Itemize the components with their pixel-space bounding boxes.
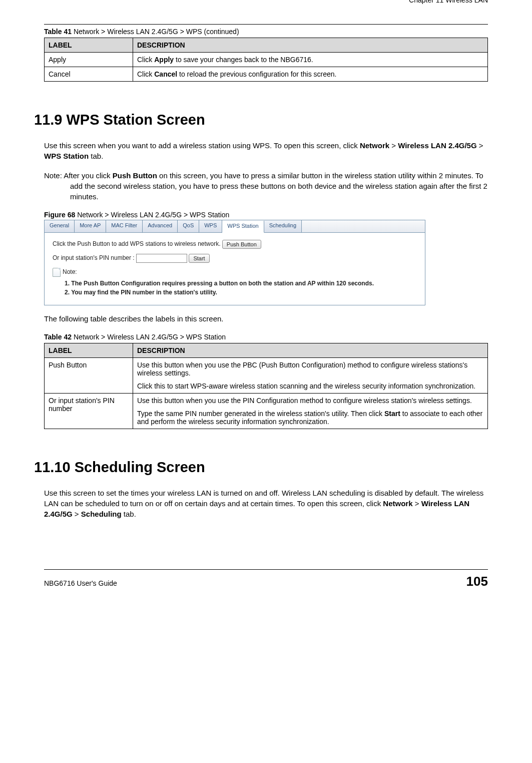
text: >	[389, 141, 398, 150]
text-bold: Cancel	[154, 70, 177, 78]
push-button[interactable]: Push Button	[222, 240, 261, 249]
text: >	[477, 141, 483, 150]
table-row: Or input station's PIN number Use this b…	[45, 394, 488, 429]
table41-header-row: LABEL DESCRIPTION	[45, 38, 488, 53]
text-bold: Start	[384, 410, 400, 418]
text: Use this button when you use the PBC (Pu…	[137, 361, 483, 377]
text: Click	[137, 56, 154, 64]
text: >	[413, 499, 421, 508]
tab-qos[interactable]: QoS	[178, 220, 199, 232]
table-row: Cancel Click Cancel to reload the previo…	[45, 67, 488, 82]
table41-caption-bold: Table 41	[44, 28, 72, 36]
table41-header-desc: DESCRIPTION	[133, 38, 488, 53]
note-content: 1. The Push Button Configuration require…	[53, 279, 417, 297]
table42-row1-label: Or input station's PIN number	[45, 394, 133, 429]
table41-header-label: LABEL	[45, 38, 133, 53]
figure68-caption: Figure 68 Network > Wireless LAN 2.4G/5G…	[44, 211, 488, 219]
text: Use this button when you use the PIN Con…	[137, 397, 483, 405]
start-button[interactable]: Start	[189, 254, 209, 263]
footer-guide-name: NBG6716 User's Guide	[44, 579, 117, 587]
table42-row0-label: Push Button	[45, 358, 133, 394]
table-row: Push Button Use this button when you use…	[45, 358, 488, 394]
pin-input[interactable]	[136, 254, 187, 263]
note-item-2: 2. You may find the PIN number in the st…	[65, 288, 417, 297]
table42-header-desc: DESCRIPTION	[133, 343, 488, 358]
table41-row1-label: Cancel	[45, 67, 133, 82]
note-heading: Note:	[53, 268, 417, 277]
text-bold: Wireless LAN 2.4G/5G	[398, 141, 476, 150]
section-11-10-body: Use this screen to set the times your wi…	[44, 488, 488, 519]
table42-header-row: LABEL DESCRIPTION	[45, 343, 488, 358]
text: to save your changes back to the NBG6716…	[174, 56, 313, 64]
note-item-1: 1. The Push Button Configuration require…	[65, 279, 417, 288]
section-11-9-note: Note: After you click Push Button on thi…	[44, 170, 488, 202]
tab-mac-filter[interactable]: MAC Filter	[106, 220, 143, 232]
push-button-row: Click the Push Button to add WPS station…	[53, 240, 417, 249]
table42-header-label: LABEL	[45, 343, 133, 358]
figure68-screenshot: General More AP MAC Filter Advanced QoS …	[44, 220, 425, 305]
note-box: Note: 1. The Push Button Configuration r…	[53, 268, 417, 297]
text: Type the same PIN number generated in th…	[137, 410, 384, 418]
text: Use this screen when you want to add a w…	[44, 141, 360, 150]
tab-general[interactable]: General	[45, 220, 75, 232]
text: Note: After you click	[44, 171, 113, 180]
table42: LABEL DESCRIPTION Push Button Use this b…	[44, 343, 488, 429]
pin-row: Or input station's PIN number : Start	[53, 254, 417, 263]
post-figure-text: The following table describes the labels…	[44, 313, 488, 324]
table-row: Apply Click Apply to save your changes b…	[45, 53, 488, 67]
figure68-caption-rest: Network > Wireless LAN 2.4G/5G > WPS Sta…	[75, 211, 229, 219]
text: Click	[137, 70, 154, 78]
table41-row1-desc: Click Cancel to reload the previous conf…	[133, 67, 488, 82]
text: >	[73, 510, 81, 518]
pin-label: Or input station's PIN number :	[53, 254, 135, 261]
figure68-caption-bold: Figure 68	[44, 211, 75, 219]
note-label-text: Note:	[63, 268, 77, 275]
text-bold: Network	[383, 499, 412, 508]
text-bold: Push Button	[113, 171, 157, 180]
text-bold: WPS Station	[44, 152, 89, 160]
push-button-hint: Click the Push Button to add WPS station…	[53, 240, 220, 247]
text: Click this to start WPS-aware wireless s…	[137, 382, 483, 390]
tab-more-ap[interactable]: More AP	[75, 220, 106, 232]
tab-wps-station[interactable]: WPS Station	[222, 221, 264, 233]
header-rule	[44, 24, 488, 25]
note-icon	[53, 268, 61, 277]
text: to reload the previous configuration for…	[177, 70, 336, 78]
tab-advanced[interactable]: Advanced	[143, 220, 178, 232]
screenshot-body: Click the Push Button to add WPS station…	[45, 233, 425, 305]
text-bold: Scheduling	[81, 510, 122, 518]
section-11-10-heading: 11.10 Scheduling Screen	[34, 459, 488, 476]
table41-caption: Table 41 Network > Wireless LAN 2.4G/5G …	[44, 28, 488, 36]
table42-caption-rest: Network > Wireless LAN 2.4G/5G > WPS Sta…	[72, 333, 226, 341]
table42-row0-desc: Use this button when you use the PBC (Pu…	[133, 358, 488, 394]
text: Type the same PIN number generated in th…	[137, 410, 483, 426]
footer: NBG6716 User's Guide 105	[44, 569, 488, 589]
text: tab.	[122, 510, 136, 518]
text: tab.	[89, 152, 103, 160]
tab-scheduling[interactable]: Scheduling	[264, 220, 302, 232]
table41: LABEL DESCRIPTION Apply Click Apply to s…	[44, 38, 488, 82]
table41-row0-label: Apply	[45, 53, 133, 67]
section-11-9-intro: Use this screen when you want to add a w…	[44, 140, 488, 161]
section-11-9-heading: 11.9 WPS Station Screen	[34, 112, 488, 128]
text-bold: Network	[360, 141, 389, 150]
table41-caption-rest: Network > Wireless LAN 2.4G/5G > WPS (co…	[72, 28, 239, 36]
running-header: Chapter 11 Wireless LAN	[44, 0, 488, 4]
footer-rule	[44, 569, 488, 570]
table41-row0-desc: Click Apply to save your changes back to…	[133, 53, 488, 67]
table42-row1-desc: Use this button when you use the PIN Con…	[133, 394, 488, 429]
page-number: 105	[466, 574, 488, 589]
table42-caption-bold: Table 42	[44, 333, 72, 341]
tab-bar: General More AP MAC Filter Advanced QoS …	[45, 220, 425, 233]
tab-wps[interactable]: WPS	[199, 220, 222, 232]
table42-caption: Table 42 Network > Wireless LAN 2.4G/5G …	[44, 333, 488, 341]
text-bold: Apply	[154, 56, 174, 64]
